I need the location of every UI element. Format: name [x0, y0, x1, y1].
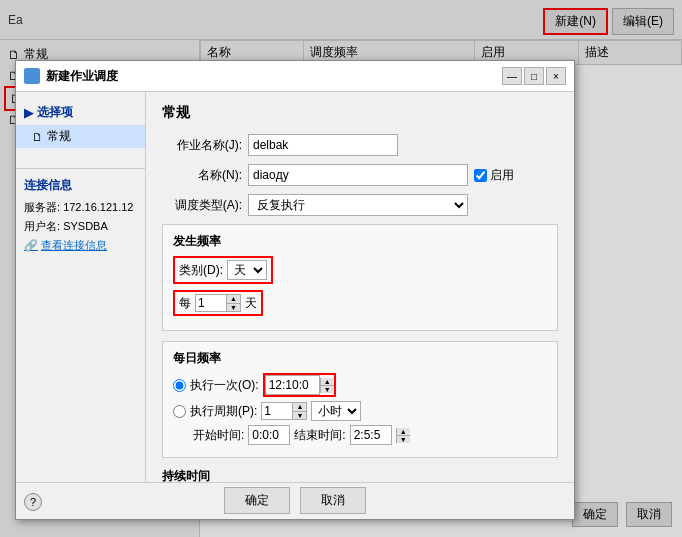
daily-period-btns: ▲ ▼ — [292, 403, 306, 419]
daily-period-input[interactable] — [262, 403, 292, 419]
svg-rect-0 — [27, 73, 37, 81]
duration-title: 持续时间 — [162, 468, 558, 482]
daily-once-radio[interactable] — [173, 379, 186, 392]
user-row: 用户名: SYSDBA — [24, 217, 137, 236]
close-button[interactable]: × — [546, 67, 566, 85]
dialog-main: 常规 作业名称(J): 名称(N): 启用 调度类型(A): 反复执行 — [146, 92, 574, 482]
freq-type-highlight: 类别(D): 天 周 月 — [173, 256, 273, 284]
daily-once-row: 执行一次(O): ▲ ▼ — [173, 373, 547, 397]
cancel-button[interactable]: 取消 — [300, 487, 366, 514]
freq-section: 发生频率 类别(D): 天 周 月 每 — [162, 224, 558, 331]
name-label: 名称(N): — [162, 167, 242, 184]
sidebar-section-title: ▶ 选择项 — [16, 100, 145, 125]
help-button[interactable]: ? — [24, 493, 42, 511]
job-name-row: 作业名称(J): — [162, 134, 558, 156]
freq-every-down[interactable]: ▼ — [227, 304, 240, 312]
section-title: 常规 — [162, 104, 558, 122]
minimize-button[interactable]: — — [502, 67, 522, 85]
daily-start-time-input[interactable] — [248, 425, 290, 445]
duration-section: 持续时间 开始日期(S): 📅 ▲ ▼ 结束 — [162, 468, 558, 482]
name-input[interactable] — [248, 164, 468, 186]
freq-every-label: 每 — [179, 295, 191, 312]
conn-info-title: 连接信息 — [24, 173, 137, 198]
daily-section: 每日频率 执行一次(O): ▲ ▼ 执行周期 — [162, 341, 558, 458]
dialog-sidebar: ▶ 选择项 🗋 常规 连接信息 服务器: 172.16.121.12 用户名: … — [16, 92, 146, 482]
daily-end-time-input[interactable] — [350, 425, 392, 445]
link-icon: 🔗 — [24, 239, 38, 252]
schedule-type-label: 调度类型(A): — [162, 197, 242, 214]
daily-once-time-down[interactable]: ▼ — [321, 386, 334, 393]
daily-period-spinbox: ▲ ▼ — [261, 402, 307, 420]
freq-every-btns: ▲ ▼ — [226, 295, 240, 311]
sidebar-item-regular[interactable]: 🗋 常规 — [16, 125, 145, 148]
dialog-footer: 确定 取消 — [16, 482, 574, 518]
freq-every-up[interactable]: ▲ — [227, 295, 240, 304]
doc-icon-small: 🗋 — [32, 131, 43, 143]
daily-once-label: 执行一次(O): — [190, 377, 259, 394]
conn-link[interactable]: 🔗 查看连接信息 — [24, 236, 137, 255]
daily-period-radio[interactable] — [173, 405, 186, 418]
freq-every-highlight: 每 ▲ ▼ 天 — [173, 290, 263, 316]
daily-end-label: 结束时间: — [294, 427, 345, 444]
daily-once-time-up[interactable]: ▲ — [321, 378, 334, 386]
daily-end-down[interactable]: ▼ — [397, 436, 410, 443]
server-value: 172.16.121.12 — [63, 201, 133, 213]
main-dialog: 新建作业调度 — □ × ▶ 选择项 🗋 常规 连接信息 服务器: — [15, 60, 575, 520]
daily-section-title: 每日频率 — [173, 350, 547, 367]
dialog-title-icon — [24, 68, 40, 84]
freq-type-label: 类别(D): — [179, 262, 223, 279]
schedule-type-select[interactable]: 反复执行 — [248, 194, 468, 216]
freq-every-unit: 天 — [245, 295, 257, 312]
restore-button[interactable]: □ — [524, 67, 544, 85]
arrow-right-icon: ▶ — [24, 106, 33, 120]
enabled-label: 启用 — [490, 167, 514, 184]
dialog-title-text: 新建作业调度 — [46, 68, 118, 85]
daily-once-time-highlight: ▲ ▼ — [263, 373, 336, 397]
freq-section-title: 发生频率 — [173, 233, 547, 250]
user-value: SYSDBA — [63, 220, 108, 232]
freq-type-select[interactable]: 天 周 月 — [227, 260, 267, 280]
schedule-type-row: 调度类型(A): 反复执行 — [162, 194, 558, 216]
server-label: 服务器: — [24, 201, 60, 213]
enabled-checkbox-group: 启用 — [474, 167, 514, 184]
daily-once-time-btns: ▲ ▼ — [320, 378, 334, 393]
sidebar-conn-info: 连接信息 服务器: 172.16.121.12 用户名: SYSDBA 🔗 查看… — [16, 168, 145, 259]
daily-period-up[interactable]: ▲ — [293, 403, 306, 412]
dialog-controls: — □ × — [502, 67, 566, 85]
name-row: 名称(N): 启用 — [162, 164, 558, 186]
user-label: 用户名: — [24, 220, 60, 232]
server-row: 服务器: 172.16.121.12 — [24, 198, 137, 217]
freq-every-row: 每 ▲ ▼ 天 — [173, 290, 547, 316]
daily-period-label: 执行周期(P): — [190, 403, 257, 420]
svg-rect-1 — [27, 71, 32, 74]
daily-start-label: 开始时间: — [193, 427, 244, 444]
daily-end-time-btns: ▲ ▼ — [396, 428, 410, 443]
dialog-title-left: 新建作业调度 — [24, 68, 118, 85]
job-name-label: 作业名称(J): — [162, 137, 242, 154]
daily-period-unit-select[interactable]: 小时 分钟 — [311, 401, 361, 421]
freq-every-input[interactable] — [196, 295, 226, 311]
freq-type-row: 类别(D): 天 周 月 — [173, 256, 547, 284]
freq-every-spinbox: ▲ ▼ — [195, 294, 241, 312]
ok-button[interactable]: 确定 — [224, 487, 290, 514]
daily-startend-row: 开始时间: 结束时间: ▲ ▼ — [173, 425, 547, 445]
daily-period-down[interactable]: ▼ — [293, 412, 306, 420]
dialog-body: ▶ 选择项 🗋 常规 连接信息 服务器: 172.16.121.12 用户名: … — [16, 92, 574, 482]
dialog-titlebar: 新建作业调度 — □ × — [16, 61, 574, 92]
enabled-checkbox[interactable] — [474, 169, 487, 182]
daily-once-time-input[interactable] — [265, 375, 320, 395]
daily-end-up[interactable]: ▲ — [397, 428, 410, 436]
daily-period-row: 执行周期(P): ▲ ▼ 小时 分钟 — [173, 401, 547, 421]
job-name-input[interactable] — [248, 134, 398, 156]
